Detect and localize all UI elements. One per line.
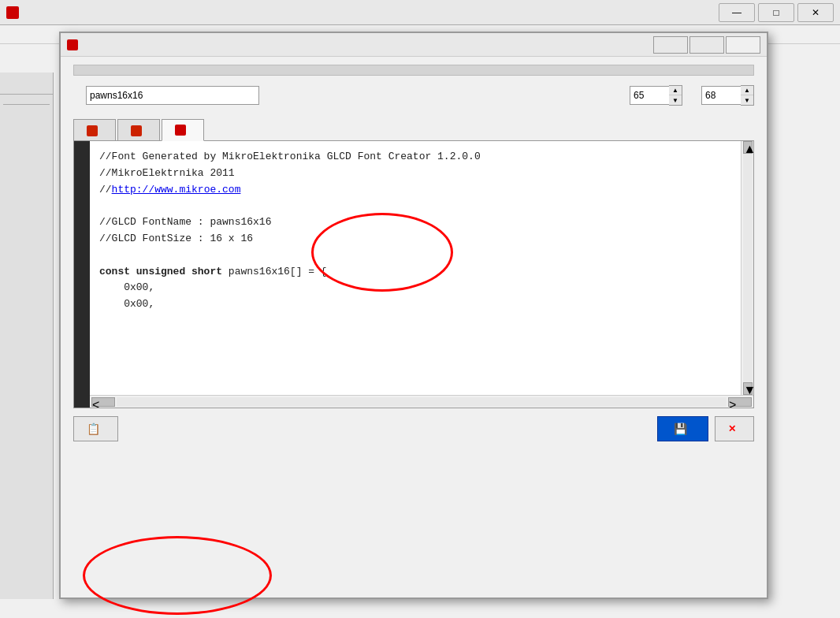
note-bar [73,65,754,76]
app-minimize-button[interactable]: — [719,3,755,22]
char-sidebar-header [3,98,50,105]
from-char-spinner: ▲ ▼ [630,85,682,106]
close-button[interactable]: ✕ [715,416,754,441]
horizontal-scrollbar[interactable]: < > [90,395,753,408]
copy-icon: 📋 [87,423,100,435]
from-char-spinner-buttons: ▲ ▼ [669,85,682,106]
dialog-buttons: 📋 💾 ✕ [73,408,754,441]
scroll-vertical-track [743,154,753,382]
close-icon: ✕ [728,423,736,434]
tab-mikrobasic[interactable] [73,119,116,141]
app-maximize-button[interactable]: □ [758,3,794,22]
dialog-minimize-button[interactable] [653,36,688,54]
font-name-input[interactable] [86,86,259,105]
app-close-button[interactable]: ✕ [797,3,834,22]
to-char-input[interactable] [701,86,741,105]
to-char-down-button[interactable]: ▼ [741,95,753,105]
font-row: ▲ ▼ ▲ ▼ [73,85,754,106]
dialog-maximize-button[interactable] [689,36,724,54]
code-left-bar [74,141,90,408]
dialog-titlebar-controls [653,36,760,54]
scroll-right-button[interactable]: > [728,397,752,407]
mikropascal-icon [131,125,142,136]
scroll-left-button[interactable]: < [91,397,115,407]
tab-mikropascal[interactable] [117,119,160,141]
font-sidebar-label [0,73,54,95]
app-titlebar: — □ ✕ [0,0,840,25]
from-char-up-button[interactable]: ▲ [669,86,682,95]
tabs-row [73,118,754,140]
scroll-track [117,397,727,407]
code-content: //Font Generated by MikroElektronika GLC… [90,141,753,321]
dialog-icon [67,39,78,50]
char-range-group: ▲ ▼ ▲ ▼ [625,85,754,106]
to-char-spinner: ▲ ▼ [701,85,754,106]
save-icon: 💾 [674,423,687,435]
dialog-titlebar [61,33,767,57]
code-area-wrapper[interactable]: //Font Generated by MikroElektronika GLC… [73,140,754,408]
to-char-up-button[interactable]: ▲ [741,86,753,95]
char-sidebar [0,95,54,599]
tab-mikroc[interactable] [162,119,204,141]
menu-file[interactable] [3,33,16,36]
mikroc-icon [175,125,186,136]
from-char-input[interactable] [630,86,669,105]
dialog-overlay: ▲ ▼ ▲ ▼ [59,32,831,615]
scroll-up-button[interactable]: ▲ [743,141,753,154]
save-button[interactable]: 💾 [657,416,708,441]
to-char-spinner-buttons: ▲ ▼ [741,85,754,106]
dialog-close-button[interactable] [726,36,760,54]
app-icon [6,6,19,19]
mikrobasic-icon [87,125,98,136]
from-char-down-button[interactable]: ▼ [669,95,682,105]
copy-code-button[interactable]: 📋 [73,416,118,441]
dialog-content: ▲ ▼ ▲ ▼ [61,57,767,449]
code-line-1: //Font Generated by MikroElektronika GLC… [99,151,481,310]
vertical-scrollbar[interactable]: ▲ ▼ [741,141,753,395]
scroll-down-button[interactable]: ▼ [743,382,753,395]
export-dialog: ▲ ▼ ▲ ▼ [59,32,768,599]
app-titlebar-controls: — □ ✕ [719,3,834,22]
